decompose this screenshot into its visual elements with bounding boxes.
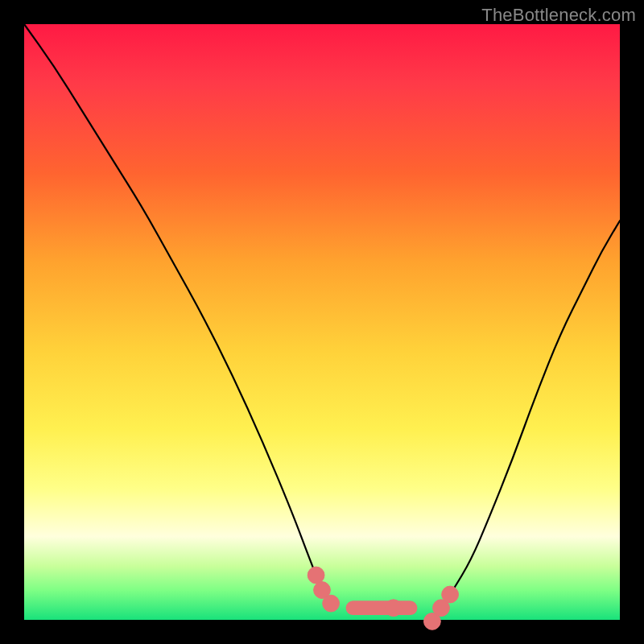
curve-right-curve	[441, 221, 620, 608]
series-group	[24, 24, 620, 608]
chart-svg	[24, 24, 620, 620]
right-bead-2	[442, 586, 459, 603]
bottom-bead	[385, 600, 402, 617]
marker-group	[308, 567, 458, 630]
bottom-bar	[346, 601, 418, 615]
left-bead-0	[308, 567, 324, 584]
left-bead-2	[323, 595, 340, 612]
plot-area	[24, 24, 620, 620]
watermark-text: TheBottleneck.com	[481, 5, 636, 26]
chart-frame: TheBottleneck.com	[0, 0, 644, 644]
curve-left-curve	[24, 24, 334, 608]
